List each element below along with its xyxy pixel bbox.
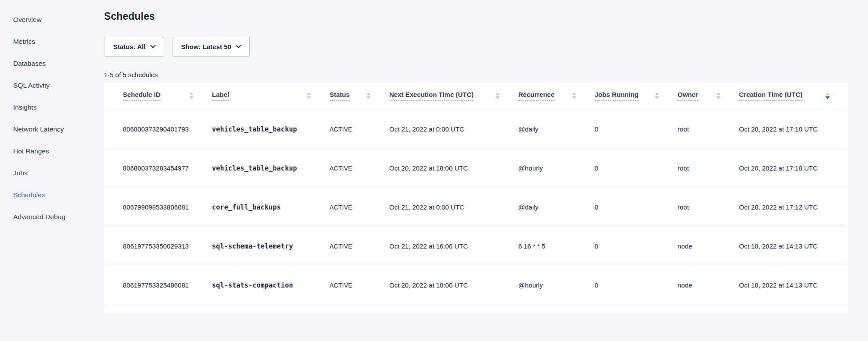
sidebar: Overview Metrics Databases SQL Activity … [13, 9, 97, 228]
schedule-label-cell: vehicles_table_backup [212, 110, 330, 149]
creation-time-cell: Oct 20, 2022 at 17:12 UTC [739, 188, 848, 227]
next-execution-cell: Oct 20, 2022 at 18:00 UTC [389, 149, 518, 188]
jobs-running-cell: 0 [595, 266, 678, 305]
filter-bar: Status: All Show: Latest 50 [104, 37, 250, 57]
schedule-id-cell: 806197753325486081 [104, 266, 212, 305]
table-row: 806799098533806081 core_full_backups ACT… [104, 188, 848, 227]
owner-cell: node [678, 227, 739, 266]
sort-icon [366, 92, 371, 99]
sidebar-item-overview[interactable]: Overview [13, 9, 97, 31]
owner-cell: root [678, 188, 739, 227]
sidebar-item-hot-ranges[interactable]: Hot Ranges [13, 140, 97, 162]
jobs-running-cell: 0 [595, 227, 678, 266]
page-title: Schedules [104, 11, 155, 22]
column-header-creation-time[interactable]: Creation Time (UTC) [739, 82, 848, 110]
table-header-row: Schedule ID Label Status [104, 82, 848, 110]
next-execution-cell: Oct 21, 2022 at 16:06 UTC [389, 227, 518, 266]
sort-icon [716, 92, 721, 99]
table-row: 806197753350029313 sql-schema-telemetry … [104, 227, 848, 266]
sort-icon [495, 92, 500, 99]
chevron-down-icon [236, 43, 241, 48]
creation-time-cell: Oct 18, 2022 at 14:13 UTC [739, 266, 848, 305]
jobs-running-cell: 0 [595, 188, 678, 227]
schedule-id-cell: 806800373283454977 [104, 149, 212, 188]
table-row: 806800373290401793 vehicles_table_backup… [104, 110, 848, 149]
owner-cell: root [678, 110, 739, 149]
schedule-label-cell: core_full_backups [212, 188, 330, 227]
schedule-id-cell: 806197753350029313 [104, 227, 212, 266]
next-execution-cell: Oct 21, 2022 at 0:00 UTC [389, 188, 518, 227]
recurrence-cell: 6 16 * * 5 [518, 227, 595, 266]
recurrence-cell: @daily [518, 188, 595, 227]
table-row: 806197753325486081 sql-stats-compaction … [104, 266, 848, 305]
recurrence-cell: @daily [518, 110, 595, 149]
creation-time-cell: Oct 20, 2022 at 17:18 UTC [739, 110, 848, 149]
sort-icon [189, 92, 194, 99]
status-cell: ACTIVE [330, 227, 389, 266]
column-header-next-execution-time[interactable]: Next Execution Time (UTC) [389, 82, 518, 110]
schedule-id-cell: 806800373290401793 [104, 110, 212, 149]
sidebar-item-sql-activity[interactable]: SQL Activity [13, 75, 97, 96]
creation-time-cell: Oct 18, 2022 at 14:13 UTC [739, 227, 848, 266]
results-count: 1-5 of 5 schedules [104, 71, 158, 78]
column-header-status[interactable]: Status [330, 82, 389, 110]
column-header-recurrence[interactable]: Recurrence [518, 82, 595, 110]
owner-cell: root [678, 149, 739, 188]
show-filter-label: Show: Latest 50 [181, 43, 231, 50]
owner-cell: node [678, 266, 739, 305]
sidebar-item-insights[interactable]: Insights [13, 96, 97, 118]
jobs-running-cell: 0 [595, 110, 678, 149]
table-row: 806800373283454977 vehicles_table_backup… [104, 149, 848, 188]
column-header-label[interactable]: Label [212, 82, 330, 110]
status-cell: ACTIVE [330, 110, 389, 149]
column-header-schedule-id[interactable]: Schedule ID [104, 82, 212, 110]
recurrence-cell: @hourly [518, 149, 595, 188]
column-header-owner[interactable]: Owner [678, 82, 739, 110]
status-cell: ACTIVE [330, 266, 389, 305]
chevron-down-icon [150, 43, 156, 48]
schedules-table-card: Schedule ID Label Status [104, 82, 848, 314]
schedule-label-cell: vehicles_table_backup [212, 149, 330, 188]
sort-icon [572, 92, 576, 99]
sidebar-item-jobs[interactable]: Jobs [13, 162, 97, 184]
sort-icon [655, 92, 659, 99]
schedule-id-cell: 806799098533806081 [104, 188, 212, 227]
status-cell: ACTIVE [330, 149, 389, 188]
creation-time-cell: Oct 20, 2022 at 17:18 UTC [739, 149, 848, 188]
sidebar-item-network-latency[interactable]: Network Latency [13, 118, 97, 140]
sort-icon [825, 92, 830, 99]
column-header-jobs-running[interactable]: Jobs Running [595, 82, 678, 110]
recurrence-cell: @hourly [518, 266, 595, 305]
schedule-label-cell: sql-stats-compaction [212, 266, 330, 305]
sidebar-item-metrics[interactable]: Metrics [13, 31, 97, 53]
status-filter-dropdown[interactable]: Status: All [104, 37, 164, 57]
schedules-table: Schedule ID Label Status [104, 82, 848, 305]
next-execution-cell: Oct 21, 2022 at 0:00 UTC [389, 110, 518, 149]
show-filter-dropdown[interactable]: Show: Latest 50 [172, 37, 250, 57]
sort-icon [307, 92, 311, 99]
next-execution-cell: Oct 20, 2022 at 18:00 UTC [389, 266, 518, 305]
sidebar-item-advanced-debug[interactable]: Advanced Debug [13, 206, 97, 228]
sidebar-item-schedules[interactable]: Schedules [13, 184, 97, 206]
jobs-running-cell: 0 [595, 149, 678, 188]
status-filter-label: Status: All [113, 43, 146, 50]
sidebar-item-databases[interactable]: Databases [13, 53, 97, 75]
status-cell: ACTIVE [330, 188, 389, 227]
schedule-label-cell: sql-schema-telemetry [212, 227, 330, 266]
